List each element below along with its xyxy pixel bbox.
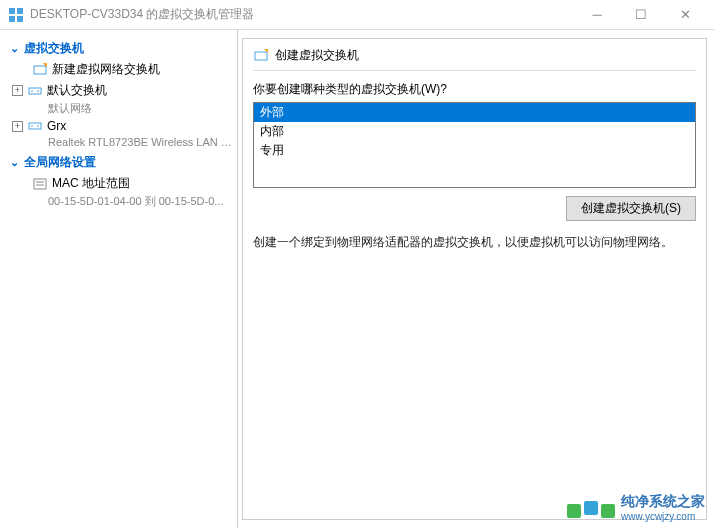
sidebar-item-grx[interactable]: + Grx: [4, 116, 233, 136]
app-icon: [8, 7, 24, 23]
watermark-brand: 纯净系统之家: [621, 493, 705, 509]
expand-icon[interactable]: +: [12, 121, 23, 132]
section-title: 全局网络设置: [24, 154, 96, 171]
window-title: DESKTOP-CV33D34 的虚拟交换机管理器: [30, 6, 575, 23]
expand-icon[interactable]: +: [12, 85, 23, 96]
section-virtual-switches[interactable]: ⌄ 虚拟交换机: [4, 38, 233, 59]
svg-rect-12: [34, 179, 46, 189]
maximize-button[interactable]: ☐: [619, 1, 663, 29]
switch-icon: [27, 118, 43, 134]
listbox-option-private[interactable]: 专用: [254, 141, 695, 160]
button-row: 创建虚拟交换机(S): [253, 196, 696, 221]
close-button[interactable]: ✕: [663, 1, 707, 29]
watermark-logo: [567, 501, 615, 515]
mac-label: MAC 地址范围: [52, 175, 130, 192]
watermark: 纯净系统之家 www.ycwjzy.com: [567, 493, 705, 522]
window-controls: ─ ☐ ✕: [575, 1, 707, 29]
sidebar: ⌄ 虚拟交换机 新建虚拟网络交换机 + 默认交换机 默认网络 + Grx Rea…: [0, 30, 238, 528]
svg-rect-9: [29, 123, 41, 129]
mac-icon: [32, 176, 48, 192]
svg-rect-2: [9, 16, 15, 22]
type-question: 你要创建哪种类型的虚拟交换机(W)?: [253, 81, 696, 98]
sidebar-mac-range[interactable]: MAC 地址范围: [4, 173, 233, 194]
watermark-url: www.ycwjzy.com: [621, 511, 705, 522]
collapse-icon: ⌄: [8, 42, 20, 55]
titlebar: DESKTOP-CV33D34 的虚拟交换机管理器 ─ ☐ ✕: [0, 0, 715, 30]
switch-type-listbox[interactable]: 外部 内部 专用: [253, 102, 696, 188]
listbox-option-internal[interactable]: 内部: [254, 122, 695, 141]
svg-rect-3: [17, 16, 23, 22]
minimize-button[interactable]: ─: [575, 1, 619, 29]
create-switch-button[interactable]: 创建虚拟交换机(S): [566, 196, 696, 221]
content-panel: 创建虚拟交换机 你要创建哪种类型的虚拟交换机(W)? 外部 内部 专用 创建虚拟…: [242, 38, 707, 520]
svg-rect-0: [9, 8, 15, 14]
switch-subtext: 默认网络: [4, 101, 233, 116]
collapse-icon: ⌄: [8, 156, 20, 169]
section-global-network[interactable]: ⌄ 全局网络设置: [4, 152, 233, 173]
new-switch-label: 新建虚拟网络交换机: [52, 61, 160, 78]
content-title: 创建虚拟交换机: [275, 47, 359, 64]
svg-rect-1: [17, 8, 23, 14]
create-switch-icon: [253, 48, 269, 64]
svg-rect-4: [34, 66, 46, 74]
svg-rect-15: [255, 52, 267, 60]
listbox-option-external[interactable]: 外部: [254, 103, 695, 122]
content-header: 创建虚拟交换机: [253, 47, 696, 71]
sidebar-new-switch[interactable]: 新建虚拟网络交换机: [4, 59, 233, 80]
switch-subtext: Realtek RTL8723BE Wireless LAN 8...: [4, 136, 233, 148]
switch-name: Grx: [47, 119, 66, 133]
switch-name: 默认交换机: [47, 82, 107, 99]
svg-rect-6: [29, 88, 41, 94]
sidebar-item-default-switch[interactable]: + 默认交换机: [4, 80, 233, 101]
switch-icon: [27, 83, 43, 99]
section-title: 虚拟交换机: [24, 40, 84, 57]
type-description: 创建一个绑定到物理网络适配器的虚拟交换机，以便虚拟机可以访问物理网络。: [253, 233, 696, 251]
new-switch-icon: [32, 62, 48, 78]
mac-range-value: 00-15-5D-01-04-00 到 00-15-5D-0...: [4, 194, 233, 209]
main-area: ⌄ 虚拟交换机 新建虚拟网络交换机 + 默认交换机 默认网络 + Grx Rea…: [0, 30, 715, 528]
